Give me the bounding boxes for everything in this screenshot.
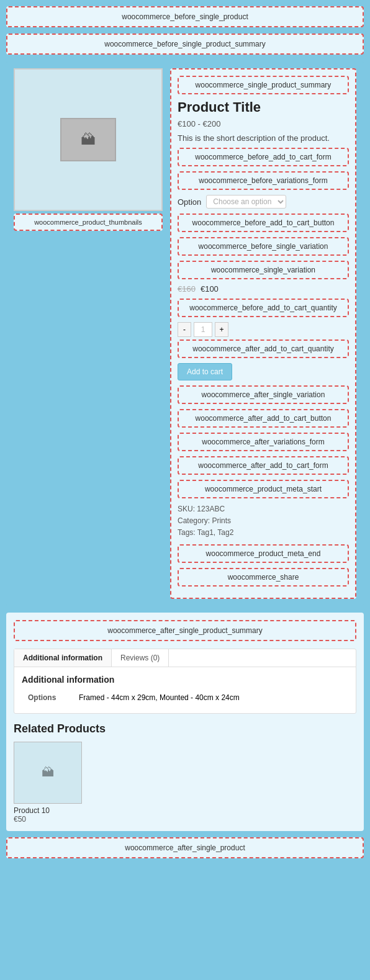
additional-info-table: Options Framed - 44cm x 29cm, Mounted - … — [22, 690, 348, 706]
option-row: Option Choose an option — [178, 195, 349, 209]
hook-after-single-product-summary: woocommerce_after_single_product_summary — [14, 620, 356, 641]
hook-after-add-to-cart-quantity: woocommerce_after_add_to_cart_quantity — [178, 339, 349, 358]
related-product-price: €50 — [14, 815, 82, 824]
tabs-container: Additional information Reviews (0) Addit… — [14, 649, 356, 714]
hook-after-add-to-cart-button: woocommerce_after_add_to_cart_button — [178, 409, 349, 428]
qty-plus-button[interactable]: + — [215, 322, 228, 337]
hook-after-variations-form: woocommerce_after_variations_form — [178, 433, 349, 451]
quantity-row: - + — [178, 322, 349, 337]
options-label: Options — [23, 691, 73, 704]
hook-before-add-to-cart-button: woocommerce_before_add_to_cart_button — [178, 214, 349, 232]
product-meta: SKU: 123ABC Category: Prints Tags: Tag1,… — [178, 503, 349, 539]
add-to-cart-button[interactable]: Add to cart — [178, 363, 232, 380]
related-products-section: Related Products Product 10 €50 — [14, 722, 356, 824]
price-old: €160 — [178, 284, 196, 294]
product-price-range: €100 - €200 — [178, 119, 349, 128]
options-value: Framed - 44cm x 29cm, Mounted - 40cm x 2… — [74, 691, 347, 704]
info-row-options: Options Framed - 44cm x 29cm, Mounted - … — [23, 691, 347, 704]
hook-single-product-summary: woocommerce_single_product_summary — [178, 76, 349, 94]
option-select[interactable]: Choose an option — [206, 195, 286, 209]
related-product-name: Product 10 — [14, 806, 82, 815]
product-main-image — [14, 68, 163, 211]
related-products-title: Related Products — [14, 722, 356, 735]
related-product-item: Product 10 €50 — [14, 742, 82, 824]
tabs-header: Additional information Reviews (0) — [14, 649, 356, 667]
after-summary-section: woocommerce_after_single_product_summary… — [6, 613, 364, 831]
hook-after-single-variation: woocommerce_after_single_variation — [178, 385, 349, 404]
option-label: Option — [178, 197, 201, 207]
hook-before-variations-form: woocommerce_before_variations_form — [178, 171, 349, 190]
product-title: Product Title — [178, 99, 349, 115]
hook-after-single-product: woocommerce_after_single_product — [6, 837, 364, 858]
sku-label: SKU: — [178, 505, 195, 513]
hook-before-single-variation: woocommerce_before_single_variation — [178, 237, 349, 256]
related-product-image — [14, 742, 82, 804]
sku-value: 123ABC — [197, 505, 225, 513]
hook-share: woocommerce_share — [178, 568, 349, 587]
hook-after-add-to-cart-form: woocommerce_after_add_to_cart_form — [178, 456, 349, 475]
product-layout: woocommerce_product_thumbnails woocommer… — [6, 61, 364, 606]
hook-before-add-to-cart-quantity: woocommerce_before_add_to_cart_quantity — [178, 299, 349, 317]
hook-product-meta-start: woocommerce_product_meta_start — [178, 480, 349, 498]
product-image-placeholder — [60, 118, 116, 161]
tags-label: Tags: — [178, 528, 196, 537]
tab-content-title: Additional information — [22, 675, 348, 685]
hook-single-variation: woocommerce_single_variation — [178, 261, 349, 279]
hook-product-thumbnails: woocommerce_product_thumbnails — [14, 214, 163, 231]
qty-minus-button[interactable]: - — [178, 322, 191, 337]
hook-before-single-product: woocommerce_before_single_product — [6, 6, 364, 27]
hook-before-add-to-cart-form: woocommerce_before_add_to_cart_form — [178, 148, 349, 166]
variation-price: €160 €100 — [178, 284, 349, 294]
hook-product-meta-end: woocommerce_product_meta_end — [178, 544, 349, 563]
product-short-description: This is the short description of the pro… — [178, 133, 349, 143]
tab-content: Additional information Options Framed - … — [14, 667, 356, 713]
tab-additional-information[interactable]: Additional information — [14, 649, 112, 667]
tab-reviews[interactable]: Reviews (0) — [112, 649, 169, 667]
category-value: Prints — [212, 516, 231, 525]
product-summary-column: woocommerce_single_product_summary Produ… — [170, 68, 356, 599]
price-new: €100 — [201, 284, 219, 294]
hook-before-single-product-summary: woocommerce_before_single_product_summar… — [6, 34, 364, 55]
category-label: Category: — [178, 516, 210, 525]
tags-value: Tag1, Tag2 — [197, 528, 234, 537]
product-image-column: woocommerce_product_thumbnails — [14, 68, 163, 599]
qty-input[interactable] — [194, 322, 212, 337]
